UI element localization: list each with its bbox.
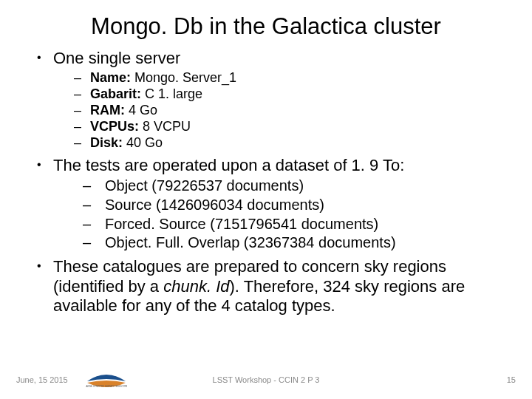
spec-disk: Disk: 40 Go [74, 135, 502, 151]
bullet-catalogues: These catalogues are prepared to concern… [34, 257, 502, 316]
svg-text:LARGE SYNOPTIC SURVEY TELESCOP: LARGE SYNOPTIC SURVEY TELESCOPE [86, 385, 127, 388]
bullet-text: The tests are operated upon a dataset of… [53, 156, 404, 174]
spec-value: C 1. large [141, 86, 202, 101]
spec-label: RAM: [90, 103, 125, 117]
server-spec-list: Name: Mongo. Server_1 Gabarit: C 1. larg… [53, 70, 502, 151]
lsst-logo-icon: LARGE SYNOPTIC SURVEY TELESCOPE [86, 371, 127, 389]
spec-label: VCPUs: [90, 119, 139, 134]
dataset-text: Object. Full. Overlap (32367384 document… [105, 234, 396, 250]
spec-ram: RAM: 4 Go [74, 103, 502, 119]
slide-title: Mongo. Db in the Galactica cluster [30, 13, 502, 40]
footer-date: June, 15 2015 [16, 375, 68, 384]
lsst-logo: LARGE SYNOPTIC SURVEY TELESCOPE [86, 371, 127, 389]
dataset-object: Object (79226537 documents) [83, 177, 502, 196]
dataset-text: Source (1426096034 documents) [105, 197, 324, 213]
spec-value: 40 Go [123, 135, 163, 150]
bullet-list: One single server Name: Mongo. Server_1 … [30, 49, 502, 316]
dataset-source: Source (1426096034 documents) [83, 196, 502, 215]
dataset-text: Forced. Source (7151796541 documents) [105, 216, 378, 232]
spec-value: 8 VCPU [139, 119, 191, 134]
spec-gabarit: Gabarit: C 1. large [74, 86, 502, 103]
spec-label: Name: [90, 70, 131, 85]
spec-label: Disk: [90, 135, 123, 150]
footer: June, 15 2015 LARGE SYNOPTIC SURVEY TELE… [0, 371, 532, 389]
bullet-dataset: The tests are operated upon a dataset of… [34, 156, 502, 253]
footer-left: June, 15 2015 LARGE SYNOPTIC SURVEY TELE… [16, 371, 127, 389]
cat-text-em: chunk. Id [163, 277, 229, 296]
spec-vcpus: VCPUs: 8 VCPU [74, 119, 502, 135]
dataset-forced-source: Forced. Source (7151796541 documents) [83, 215, 502, 234]
spec-name: Name: Mongo. Server_1 [74, 70, 502, 86]
spec-label: Gabarit: [90, 86, 141, 101]
dataset-object-full-overlap: Object. Full. Overlap (32367384 document… [83, 233, 502, 253]
dataset-list: Object (79226537 documents) Source (1426… [53, 177, 502, 252]
footer-page-number: 15 [507, 375, 516, 384]
dataset-text: Object (79226537 documents) [105, 177, 304, 194]
footer-center: LSST Workshop - CCIN 2 P 3 [213, 375, 320, 384]
spec-value: 4 Go [125, 103, 157, 117]
spec-value: Mongo. Server_1 [131, 70, 236, 85]
slide: Mongo. Db in the Galactica cluster One s… [0, 0, 532, 399]
bullet-text: One single server [53, 49, 180, 67]
bullet-one-server: One single server Name: Mongo. Server_1 … [34, 49, 502, 151]
